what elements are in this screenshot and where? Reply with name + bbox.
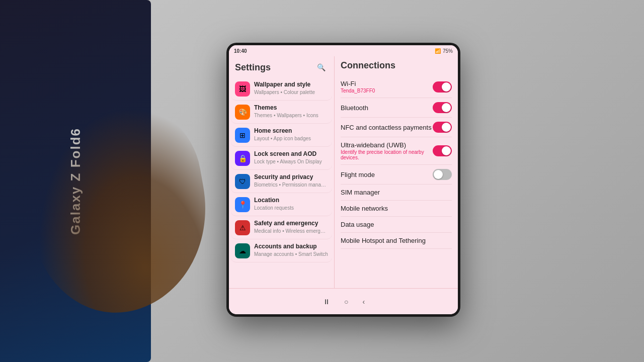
- uwb-toggle[interactable]: [433, 145, 452, 156]
- themes-title: Themes: [254, 104, 328, 112]
- nfc-toggle[interactable]: [433, 122, 452, 133]
- sim-manager-text: SIM manager: [341, 189, 433, 196]
- uwb-text: Ultra-wideband (UWB) Identify the precis…: [341, 141, 433, 160]
- tablet-screen: 10:40 📶 75% Settings 🔍 🖼 Wallpaper and s…: [229, 45, 458, 314]
- settings-item-lock-screen[interactable]: 🔒 Lock screen and AOD Lock type • Always…: [231, 147, 332, 170]
- themes-icon: 🎨: [235, 105, 250, 120]
- lock-screen-icon: 🔒: [235, 151, 250, 166]
- location-icon: 📍: [235, 197, 250, 212]
- nfc-text: NFC and contactless payments: [341, 124, 433, 131]
- lock-screen-subtitle: Lock type • Always On Display: [254, 158, 328, 165]
- status-bar: 10:40 📶 75%: [229, 45, 458, 56]
- nav-pause[interactable]: ⏸: [321, 296, 332, 308]
- status-time: 10:40: [234, 48, 247, 54]
- connection-item-hotspot[interactable]: Mobile Hotspot and Tethering: [341, 233, 452, 249]
- wallpaper-icon: 🖼: [235, 81, 250, 97]
- uwb-sub: Identify the precise location of nearby …: [341, 149, 433, 160]
- settings-item-security[interactable]: 🛡 Security and privacy Biometrics • Perm…: [231, 170, 332, 193]
- flight-mode-toggle-knob: [434, 170, 443, 179]
- safety-icon: ⚠: [235, 220, 250, 235]
- settings-item-wallpaper[interactable]: 🖼 Wallpaper and style Wallpapers • Colou…: [231, 77, 332, 101]
- settings-item-themes[interactable]: 🎨 Themes Themes • Wallpapers • Icons: [231, 101, 332, 124]
- connection-item-uwb[interactable]: Ultra-wideband (UWB) Identify the precis…: [341, 137, 452, 165]
- wifi-text: Wi-Fi Tenda_B73FF0: [341, 80, 433, 94]
- box-label: Galaxy Z Fold6: [67, 128, 83, 235]
- settings-item-home-screen[interactable]: ⊞ Home screen Layout • App icon badges: [231, 124, 332, 147]
- settings-item-location[interactable]: 📍 Location Location requests: [231, 193, 332, 216]
- safety-title: Safety and emergency: [254, 220, 328, 228]
- sim-manager-name: SIM manager: [341, 189, 433, 196]
- connections-title: Connections: [341, 60, 452, 71]
- home-screen-title: Home screen: [254, 127, 328, 135]
- settings-item-accounts[interactable]: ☁ Accounts and backup Manage accounts • …: [231, 239, 332, 262]
- flight-mode-name: Flight mode: [341, 171, 433, 178]
- home-screen-subtitle: Layout • App icon badges: [254, 135, 328, 142]
- nfc-name: NFC and contactless payments: [341, 124, 433, 131]
- home-screen-text: Home screen Layout • App icon badges: [254, 127, 328, 142]
- data-usage-name: Data usage: [341, 221, 433, 228]
- accounts-title: Accounts and backup: [254, 243, 328, 251]
- settings-list: 🖼 Wallpaper and style Wallpapers • Colou…: [229, 77, 334, 288]
- wifi-toggle-knob: [442, 82, 451, 92]
- signal-icon: 📶: [435, 48, 441, 54]
- connection-item-mobile-networks[interactable]: Mobile networks: [341, 201, 452, 217]
- settings-panel: Settings 🔍 🖼 Wallpaper and style Wallpap…: [229, 56, 335, 288]
- main-content: Settings 🔍 🖼 Wallpaper and style Wallpap…: [229, 56, 458, 288]
- themes-subtitle: Themes • Wallpapers • Icons: [254, 112, 328, 119]
- wallpaper-title: Wallpaper and style: [254, 81, 328, 89]
- security-text: Security and privacy Biometrics • Permis…: [254, 173, 328, 188]
- nav-home[interactable]: ○: [342, 296, 350, 308]
- hotspot-text: Mobile Hotspot and Tethering: [341, 237, 433, 244]
- wifi-sub: Tenda_B73FF0: [341, 88, 433, 94]
- status-right: 📶 75%: [435, 48, 453, 54]
- nav-back[interactable]: ‹: [360, 296, 367, 308]
- connection-item-bluetooth[interactable]: Bluetooth: [341, 98, 452, 118]
- data-usage-text: Data usage: [341, 221, 433, 228]
- battery-indicator: 75%: [443, 48, 453, 54]
- uwb-name: Ultra-wideband (UWB): [341, 141, 433, 149]
- settings-title: Settings: [235, 62, 271, 73]
- samsung-box: Galaxy Z Fold6: [0, 0, 151, 362]
- bluetooth-text: Bluetooth: [341, 104, 433, 112]
- wifi-toggle[interactable]: [433, 81, 452, 93]
- settings-header: Settings 🔍: [229, 56, 334, 77]
- themes-text: Themes Themes • Wallpapers • Icons: [254, 104, 328, 119]
- flight-mode-toggle[interactable]: [433, 169, 452, 180]
- wallpaper-text: Wallpaper and style Wallpapers • Colour …: [254, 81, 328, 96]
- hotspot-name: Mobile Hotspot and Tethering: [341, 237, 433, 244]
- mobile-networks-name: Mobile networks: [341, 205, 433, 212]
- connection-item-wifi[interactable]: Wi-Fi Tenda_B73FF0: [341, 76, 452, 98]
- wallpaper-subtitle: Wallpapers • Colour palette: [254, 89, 328, 96]
- connection-item-flight-mode[interactable]: Flight mode: [341, 165, 452, 185]
- connections-panel: Connections Wi-Fi Tenda_B73FF0 Bluetooth…: [335, 56, 458, 288]
- location-subtitle: Location requests: [254, 205, 328, 211]
- bottom-bar: ⏸ ○ ‹: [229, 288, 458, 314]
- connection-item-data-usage[interactable]: Data usage: [341, 217, 452, 233]
- bluetooth-toggle[interactable]: [433, 102, 452, 113]
- lock-screen-text: Lock screen and AOD Lock type • Always O…: [254, 150, 328, 165]
- accounts-subtitle: Manage accounts • Smart Switch: [254, 251, 328, 257]
- safety-subtitle: Medical info • Wireless emergency alerts: [254, 228, 328, 234]
- nfc-toggle-knob: [442, 123, 451, 132]
- search-button[interactable]: 🔍: [314, 60, 328, 74]
- bluetooth-toggle-knob: [442, 103, 451, 112]
- bluetooth-name: Bluetooth: [341, 104, 433, 112]
- nav-buttons: ⏸ ○ ‹: [234, 296, 454, 308]
- uwb-toggle-knob: [442, 146, 451, 155]
- settings-item-safety[interactable]: ⚠ Safety and emergency Medical info • Wi…: [231, 216, 332, 239]
- security-icon: 🛡: [235, 174, 250, 189]
- security-subtitle: Biometrics • Permission manager: [254, 182, 328, 188]
- accounts-text: Accounts and backup Manage accounts • Sm…: [254, 243, 328, 257]
- home-screen-icon: ⊞: [235, 128, 250, 143]
- connection-item-nfc[interactable]: NFC and contactless payments: [341, 118, 452, 137]
- location-title: Location: [254, 197, 328, 205]
- tablet-device: 10:40 📶 75% Settings 🔍 🖼 Wallpaper and s…: [226, 43, 460, 317]
- location-text: Location Location requests: [254, 197, 328, 211]
- safety-text: Safety and emergency Medical info • Wire…: [254, 220, 328, 234]
- connection-item-sim-manager[interactable]: SIM manager: [341, 185, 452, 201]
- flight-mode-text: Flight mode: [341, 171, 433, 178]
- mobile-networks-text: Mobile networks: [341, 205, 433, 212]
- security-title: Security and privacy: [254, 173, 328, 182]
- lock-screen-title: Lock screen and AOD: [254, 150, 328, 158]
- wifi-name: Wi-Fi: [341, 80, 433, 87]
